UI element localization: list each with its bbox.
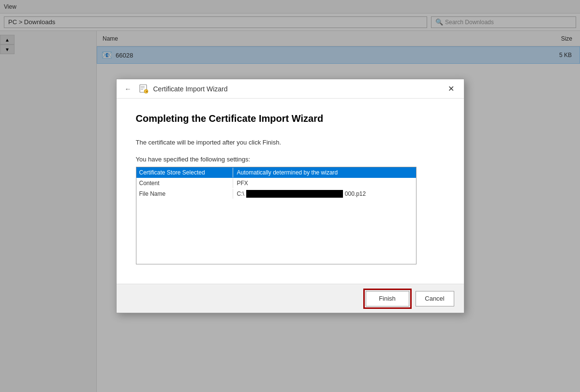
settings-row-cert-store[interactable]: Certificate Store Selected Automatically… bbox=[136, 167, 416, 178]
settings-key-cert-store: Certificate Store Selected bbox=[136, 168, 233, 177]
dialog-title-text: Certificate Import Wizard bbox=[153, 85, 228, 93]
dialog-description: The certificate will be imported after y… bbox=[136, 139, 445, 146]
modal-overlay: ← ★ Certificate Import Wizard ✕ bbox=[0, 0, 580, 392]
dialog-footer: Finish Cancel bbox=[117, 284, 464, 313]
content-value-text: PFX bbox=[237, 180, 248, 187]
dialog-back-button[interactable]: ← bbox=[122, 83, 134, 95]
settings-value-filename: C:\ 000.p12 bbox=[233, 189, 416, 199]
settings-value-cert-store: Automatically determined by the wizard bbox=[233, 168, 416, 177]
settings-value-content: PFX bbox=[233, 178, 416, 188]
dialog-close-button[interactable]: ✕ bbox=[445, 82, 458, 96]
filename-suffix: 000.p12 bbox=[345, 190, 366, 197]
svg-rect-2 bbox=[141, 87, 145, 88]
settings-table: Certificate Store Selected Automatically… bbox=[136, 167, 416, 264]
settings-key-filename: File Name bbox=[136, 189, 233, 199]
dialog-title-left: ← ★ Certificate Import Wizard bbox=[122, 83, 228, 95]
settings-key-content: Content bbox=[136, 178, 233, 188]
redacted-path bbox=[246, 190, 343, 198]
settings-label: You have specified the following setting… bbox=[136, 156, 445, 163]
settings-row-filename[interactable]: File Name C:\ 000.p12 bbox=[136, 189, 416, 199]
settings-table-body: Certificate Store Selected Automatically… bbox=[136, 167, 416, 264]
svg-rect-3 bbox=[141, 89, 143, 89]
dialog-heading: Completing the Certificate Import Wizard bbox=[136, 113, 445, 124]
certificate-import-dialog: ← ★ Certificate Import Wizard ✕ bbox=[116, 79, 464, 313]
filename-prefix: C:\ bbox=[237, 190, 244, 197]
svg-rect-1 bbox=[141, 86, 145, 87]
back-icon: ← bbox=[125, 85, 132, 93]
close-icon: ✕ bbox=[448, 84, 454, 93]
cert-icon: ★ bbox=[138, 83, 149, 95]
cancel-button[interactable]: Cancel bbox=[416, 291, 454, 306]
settings-row-content[interactable]: Content PFX bbox=[136, 178, 416, 189]
dialog-titlebar: ← ★ Certificate Import Wizard ✕ bbox=[117, 79, 464, 99]
finish-button-highlight: Finish bbox=[363, 289, 412, 309]
dialog-content: Completing the Certificate Import Wizard… bbox=[117, 99, 464, 284]
finish-button[interactable]: Finish bbox=[366, 291, 409, 306]
